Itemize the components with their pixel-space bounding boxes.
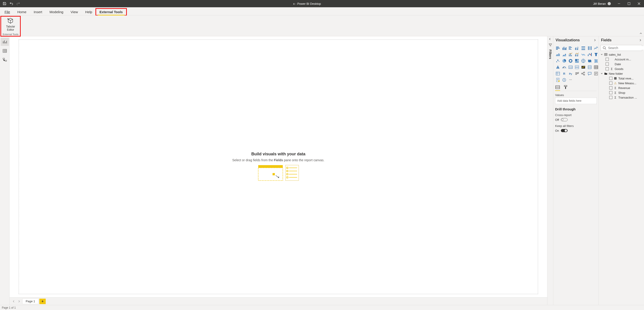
field-shop[interactable]: ΣShop xyxy=(600,90,642,95)
checkbox[interactable] xyxy=(606,67,609,70)
azure-map-icon[interactable] xyxy=(555,64,560,70)
checkbox[interactable] xyxy=(609,77,612,80)
treemap-icon[interactable] xyxy=(574,58,580,64)
qa-icon[interactable] xyxy=(587,71,592,76)
page-tab-1[interactable]: Page 1 xyxy=(22,299,38,304)
checkbox[interactable] xyxy=(606,62,609,66)
report-view-button[interactable] xyxy=(1,38,9,46)
slicer-icon[interactable] xyxy=(587,64,592,70)
clustered-bar-icon[interactable] xyxy=(568,45,573,51)
table-sales-list[interactable]: sales_list xyxy=(600,52,642,57)
collapse-fields-icon[interactable] xyxy=(639,39,642,41)
ribbon-chart-icon[interactable] xyxy=(580,52,586,57)
card-icon[interactable]: 123 xyxy=(568,64,573,70)
values-well[interactable]: Add data fields here xyxy=(555,98,597,104)
checkbox[interactable] xyxy=(606,58,609,61)
table-icon[interactable] xyxy=(593,64,598,70)
fields-tab-icon[interactable] xyxy=(555,85,560,91)
stacked-bar-icon[interactable] xyxy=(555,45,560,51)
collapse-visualizations-icon[interactable] xyxy=(594,39,596,41)
tab-help[interactable]: Help xyxy=(82,9,96,15)
page-next-button[interactable] xyxy=(17,299,21,304)
gauge-icon[interactable] xyxy=(562,64,567,70)
stacked-bar-100-icon[interactable] xyxy=(580,45,586,51)
svg-rect-40 xyxy=(556,72,560,75)
canvas-page[interactable]: Build visuals with your data Select or d… xyxy=(19,39,538,294)
funnel-icon[interactable] xyxy=(593,52,598,57)
format-tab-icon[interactable] xyxy=(563,85,568,91)
tab-file[interactable]: File xyxy=(1,9,14,15)
key-influencers-icon[interactable] xyxy=(574,71,580,76)
tabular-editor-button[interactable]: TabularEditor xyxy=(5,16,16,32)
field-total-revenue[interactable]: Total reve... xyxy=(600,76,642,81)
line-clustered-icon[interactable] xyxy=(574,52,580,57)
kpi-icon[interactable] xyxy=(580,64,586,70)
donut-icon[interactable] xyxy=(568,58,573,64)
stacked-column-icon[interactable] xyxy=(562,45,567,51)
keep-filters-toggle[interactable] xyxy=(561,129,568,132)
minimize-button[interactable] xyxy=(614,0,624,7)
ribbon-body: TabularEditor External Tools xyxy=(0,15,644,36)
data-view-button[interactable] xyxy=(1,47,9,55)
canvas-subtext: Select or drag fields from the Fields pa… xyxy=(232,158,324,162)
area-chart-icon[interactable] xyxy=(555,52,560,57)
field-transaction[interactable]: ΣTransaction ... xyxy=(600,95,642,100)
stacked-area-icon[interactable] xyxy=(562,52,567,57)
checkbox[interactable] xyxy=(609,91,612,94)
arcgis-icon[interactable] xyxy=(562,77,567,83)
tabular-editor-label: TabularEditor xyxy=(6,25,15,31)
tab-view[interactable]: View xyxy=(67,9,82,15)
tab-external-tools[interactable]: External Tools xyxy=(96,9,126,15)
scatter-icon[interactable] xyxy=(555,58,560,64)
python-visual-icon[interactable]: Py xyxy=(568,71,573,76)
maximize-button[interactable] xyxy=(624,0,634,7)
add-page-button[interactable]: + xyxy=(39,299,46,304)
line-chart-icon[interactable] xyxy=(593,45,598,51)
stacked-column-100-icon[interactable] xyxy=(587,45,592,51)
expand-filters-icon[interactable] xyxy=(548,38,552,41)
tab-home[interactable]: Home xyxy=(14,9,30,15)
map-icon[interactable] xyxy=(580,58,586,64)
user-account[interactable]: Jiří Beran xyxy=(593,2,614,5)
model-view-button[interactable] xyxy=(1,56,9,64)
line-column-icon[interactable] xyxy=(568,52,573,57)
shape-map-icon[interactable] xyxy=(593,58,598,64)
collapse-ribbon-icon[interactable] xyxy=(639,31,643,35)
folder-new-folder[interactable]: New folder xyxy=(600,71,642,76)
smart-narrative-icon[interactable] xyxy=(593,71,598,76)
save-icon[interactable] xyxy=(2,1,7,6)
waterfall-icon[interactable] xyxy=(587,52,592,57)
r-visual-icon[interactable]: R xyxy=(562,71,567,76)
paginated-report-icon[interactable] xyxy=(555,77,560,83)
filters-label: Filters xyxy=(548,49,552,59)
undo-icon[interactable] xyxy=(9,1,14,6)
page-prev-button[interactable] xyxy=(11,299,16,304)
field-goods[interactable]: ΣGoods xyxy=(600,66,642,71)
checkbox[interactable] xyxy=(609,96,612,99)
more-visuals-icon[interactable]: ⋯ xyxy=(568,77,573,83)
fields-search[interactable] xyxy=(600,45,642,51)
svg-rect-8 xyxy=(287,167,288,169)
visualization-picker: 123 R Py ⋯ xyxy=(555,45,597,83)
matrix-icon[interactable] xyxy=(555,71,560,76)
field-revenue[interactable]: ΣRevenue xyxy=(600,86,642,90)
pie-icon[interactable] xyxy=(562,58,567,64)
filters-pane-collapsed[interactable]: Filters xyxy=(547,36,553,305)
filled-map-icon[interactable] xyxy=(587,58,592,64)
multi-card-icon[interactable] xyxy=(574,64,580,70)
decomposition-tree-icon[interactable] xyxy=(580,71,586,76)
canvas[interactable]: Build visuals with your data Select or d… xyxy=(10,36,547,297)
checkbox[interactable] xyxy=(609,86,612,89)
tab-modeling[interactable]: Modeling xyxy=(46,9,67,15)
cross-report-toggle[interactable] xyxy=(561,118,568,121)
fields-search-input[interactable] xyxy=(608,46,644,50)
field-account[interactable]: Account m... xyxy=(600,57,642,62)
close-button[interactable] xyxy=(634,0,644,7)
redo-icon[interactable] xyxy=(16,1,21,6)
clustered-column-icon[interactable] xyxy=(574,45,580,51)
field-new-measure[interactable]: ⚠New Measu... xyxy=(600,81,642,86)
checkbox[interactable] xyxy=(609,81,612,85)
field-date[interactable]: Date xyxy=(600,62,642,66)
page-indicator: Page 1 of 1 xyxy=(2,306,16,309)
tab-insert[interactable]: Insert xyxy=(30,9,46,15)
